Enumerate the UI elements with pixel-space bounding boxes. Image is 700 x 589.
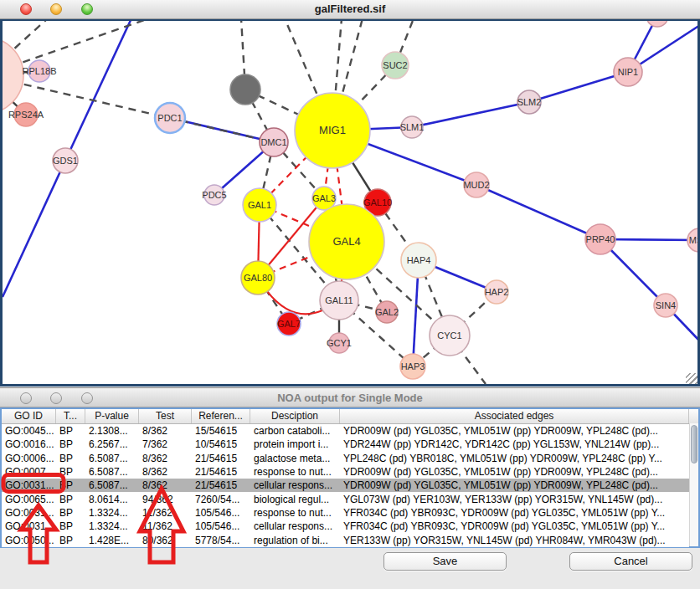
table-cell: 8/362 bbox=[139, 479, 192, 491]
table-row-3[interactable]: GO:0006...BP6.5087...8/36221/54615galact… bbox=[2, 452, 689, 465]
table-cell: 10/54615 bbox=[192, 438, 250, 450]
column-header-4[interactable]: Test bbox=[139, 409, 192, 423]
table-row-6[interactable]: GO:0065...BP8.0614...94/3627260/54...bio… bbox=[2, 492, 689, 505]
close-button[interactable] bbox=[20, 392, 32, 404]
table-cell: 2.1308... bbox=[85, 425, 139, 437]
graph-node-label: MSN bbox=[689, 235, 700, 245]
graph-svg[interactable]: RPL18BRPS24AGDS1PDC1DMC1MIG1SUC2SLM1SLM2… bbox=[0, 0, 700, 387]
table-cell: carbon cataboli... bbox=[250, 425, 340, 437]
table-cell: 6.5087... bbox=[85, 453, 139, 464]
table-cell: 21/54615 bbox=[192, 479, 250, 491]
graph-node-label: SIN4 bbox=[656, 300, 676, 310]
table-cell: BP bbox=[56, 453, 85, 464]
network-window-titlebar[interactable]: galFiltered.sif bbox=[0, 0, 700, 19]
table-cell: 5778/54... bbox=[192, 535, 250, 546]
table-cell: GO:0050... bbox=[2, 535, 56, 546]
vertical-scrollbar[interactable] bbox=[689, 423, 698, 546]
noa-output-window: NOA output for Single Mode GO IDT...P-va… bbox=[0, 387, 700, 589]
cancel-button[interactable]: Cancel bbox=[569, 552, 692, 571]
table-header-row: GO IDT...P-valueTestReferen...Desciption… bbox=[2, 409, 698, 424]
graph-node-label: GAL3 bbox=[312, 193, 336, 203]
table-cell: GO:0031... bbox=[2, 479, 56, 491]
graph-node-label: RPS24A bbox=[8, 110, 44, 120]
graph-edge bbox=[476, 185, 600, 239]
table-cell: 80/362 bbox=[139, 535, 192, 546]
graph-node-label: HAP4 bbox=[407, 255, 431, 265]
save-button[interactable]: Save bbox=[383, 552, 507, 571]
table-cell: GO:0045... bbox=[2, 425, 56, 437]
graph-node-label: HAP2 bbox=[485, 287, 509, 297]
column-header-6[interactable]: Desciption bbox=[250, 409, 340, 423]
column-header-2[interactable]: T... bbox=[56, 409, 85, 423]
table-row-2[interactable]: GO:0016...BP6.2567...7/36210/54615protei… bbox=[2, 438, 689, 451]
graph-node-label: CYC1 bbox=[437, 330, 461, 341]
table-cell: YDR009W (pd) YGL035C, YML051W (pp) YDR00… bbox=[340, 466, 689, 478]
minimize-button[interactable] bbox=[50, 3, 62, 15]
table-cell: GO:0016... bbox=[2, 438, 56, 450]
table-cell: 1.3324... bbox=[85, 507, 139, 519]
table-cell: 21/54615 bbox=[192, 453, 250, 464]
table-cell: cellular respons... bbox=[250, 520, 340, 532]
table-cell: 8/362 bbox=[139, 466, 192, 478]
column-header-5[interactable]: Referen... bbox=[192, 409, 250, 423]
noa-window-titlebar[interactable]: NOA output for Single Mode bbox=[0, 387, 700, 407]
graph-node-label: GAL7 bbox=[277, 319, 301, 329]
table-cell: 11/362 bbox=[139, 520, 192, 532]
zoom-button[interactable] bbox=[81, 392, 93, 404]
table-cell: 8/362 bbox=[139, 425, 192, 437]
window-title: NOA output for Single Mode bbox=[0, 388, 700, 407]
table-cell: 1.428E... bbox=[85, 535, 139, 546]
graph-node-label: GAL10 bbox=[363, 197, 392, 207]
table-cell: 105/546... bbox=[192, 507, 250, 519]
table-cell: 6.5087... bbox=[85, 479, 139, 491]
table-cell: protein import i... bbox=[250, 438, 340, 450]
table-cell: YFR034C (pd) YBR093C, YDR009W (pd) YGL03… bbox=[340, 520, 689, 532]
graph-node-label: GDS1 bbox=[53, 156, 78, 166]
graph-node-dark[interactable] bbox=[230, 74, 260, 105]
zoom-button[interactable] bbox=[81, 3, 93, 15]
network-window: RPL18BRPS24AGDS1PDC1DMC1MIG1SUC2SLM1SLM2… bbox=[0, 0, 700, 387]
graph-node-label: GAL4 bbox=[332, 235, 360, 248]
table-cell: 8/362 bbox=[139, 453, 192, 464]
table-cell: YDR244W (pp) YDR142C, YDR142C (pp) YGL15… bbox=[340, 438, 689, 450]
graph-node-label: GAL11 bbox=[325, 295, 353, 305]
table-cell: 7260/54... bbox=[192, 494, 250, 505]
table-row-8[interactable]: GO:0031...BP1.3324...11/362105/546...cel… bbox=[2, 520, 689, 533]
table-cell: 105/546... bbox=[192, 520, 250, 532]
graph-edge bbox=[529, 72, 628, 102]
table-cell: BP bbox=[56, 425, 85, 437]
table-row-4[interactable]: GO:0007...BP6.5087...8/36221/54615respon… bbox=[2, 465, 689, 479]
resize-grip-icon[interactable] bbox=[686, 373, 697, 384]
graph-node-label: HAP3 bbox=[401, 361, 425, 371]
column-header-3[interactable]: P-value bbox=[85, 409, 139, 423]
window-title: galFiltered.sif bbox=[0, 0, 700, 18]
close-button[interactable] bbox=[20, 3, 32, 15]
graph-node-label: GAL80 bbox=[244, 273, 272, 283]
table-cell: GO:0007... bbox=[2, 466, 56, 478]
table-row-9[interactable]: GO:0050...BP1.428E...80/3625778/54...reg… bbox=[2, 533, 689, 546]
table-cell: 6.5087... bbox=[85, 466, 139, 478]
graph-node-label: GCY1 bbox=[327, 338, 352, 348]
graph-node-label: SLM1 bbox=[400, 122, 425, 132]
table-cell: BP bbox=[56, 438, 85, 450]
table-cell: YFR034C (pd) YBR093C, YDR009W (pd) YGL03… bbox=[340, 507, 689, 519]
minimize-button[interactable] bbox=[50, 392, 62, 404]
table-cell: GO:0031... bbox=[2, 507, 56, 519]
header-scroll-corner bbox=[689, 409, 698, 423]
graph-node-label: MIG1 bbox=[319, 124, 346, 136]
table-cell: biological regul... bbox=[250, 494, 340, 505]
table-cell: BP bbox=[56, 507, 85, 519]
table-cell: BP bbox=[56, 535, 85, 546]
table-cell: 15/54615 bbox=[192, 425, 250, 437]
table-row-1[interactable]: GO:0045...BP2.1308...8/36215/54615carbon… bbox=[2, 424, 689, 438]
column-header-7[interactable]: Associated edges bbox=[340, 409, 689, 423]
graph-edge bbox=[65, 18, 131, 161]
scrollbar-thumb[interactable] bbox=[691, 425, 697, 464]
table-row-7[interactable]: GO:0031...BP1.3324...11/362105/546...res… bbox=[2, 506, 689, 520]
column-header-1[interactable]: GO ID bbox=[2, 409, 56, 423]
table-cell: GO:0031... bbox=[2, 520, 56, 532]
table-cell: YER133W (pp) YOR315W, YNL145W (pd) YHR08… bbox=[340, 535, 689, 546]
table-row-5[interactable]: GO:0031...BP6.5087...8/36221/54615cellul… bbox=[2, 479, 689, 492]
graph-node-big[interactable] bbox=[0, 37, 23, 114]
results-table: GO IDT...P-valueTestReferen...Desciption… bbox=[0, 407, 700, 548]
